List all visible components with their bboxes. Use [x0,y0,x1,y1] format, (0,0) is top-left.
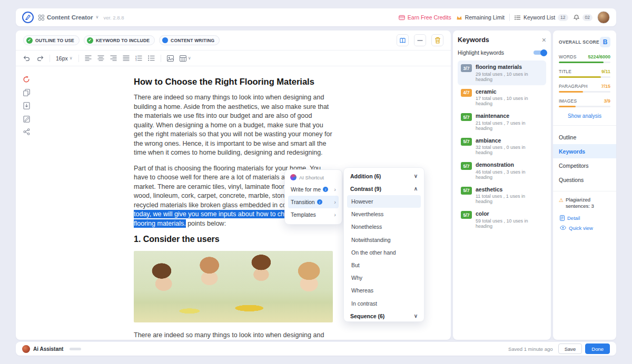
article-paragraph: There are indeed so many things to look … [134,331,333,340]
metric-label: PARAGRAPH [559,84,588,89]
tab-competitors[interactable]: Competitors [553,158,616,173]
reading-mode-button[interactable] [397,34,409,46]
keyword-item[interactable]: 3/7 flooring materials29 total uses , 10… [458,60,546,85]
metric-progress-bar [559,76,610,78]
quick-view-link[interactable]: Quick view [553,223,616,233]
transition-label: Transition [291,199,315,205]
content-writing-badge[interactable]: CONTENT WRITING [159,35,220,45]
keywords-panel-title: Keywords [458,36,489,44]
bullet-list-button[interactable] [148,55,155,61]
transition-option[interactable]: Whereas [347,284,421,297]
tab-outline[interactable]: Outline [553,130,616,144]
keyword-to-include-badge[interactable]: ✓ KEYWORD TO INCLUDE [84,35,155,45]
app-root: Content Creator ∨ ver. 2.8.8 Earn Free C… [0,0,632,364]
keyword-name: ceramic [476,88,543,95]
keyword-item[interactable]: 5/7 aesthetics11 total uses , 1 uses in … [458,183,546,208]
transition-option[interactable]: Nonetheless [347,220,421,233]
undo-icon [23,55,31,62]
overall-score-row: OVERALL SCORE B [559,37,610,47]
book-icon [399,37,406,44]
edit-note-button[interactable] [23,115,30,123]
ordered-list-button[interactable]: 123 [135,55,142,61]
delete-button[interactable] [431,34,443,46]
keyword-item[interactable]: 5/7 demonstration46 total uses , 3 uses … [458,158,546,183]
plagiarized-label: Plagiarized sentences: 3 [566,197,610,210]
share-button[interactable] [23,128,30,135]
reset-history-button[interactable] [23,76,30,83]
content-writing-label: CONTENT WRITING [171,38,214,43]
keyword-list-label: Keyword List [524,14,555,21]
plagiarism-detail-link[interactable]: Detail [553,213,616,223]
menu-item-transition[interactable]: Transition i › [288,196,339,208]
image-icon [167,55,174,62]
transition-option[interactable]: In contrast [347,297,421,310]
toolbar-separator [78,55,79,62]
insert-image-button[interactable] [167,55,174,62]
align-center-button[interactable] [97,55,104,61]
keyword-score-badge: 5/7 [461,138,472,146]
outline-to-use-badge[interactable]: ✓ OUTLINE TO USE [23,35,80,45]
metric-value: 3/9 [604,98,610,104]
align-justify-button[interactable] [123,55,130,61]
done-button[interactable]: Done [585,343,610,354]
outline-to-use-label: OUTLINE TO USE [35,38,74,43]
undo-button[interactable] [23,55,31,62]
font-size-select[interactable]: 16px ∨ [56,55,73,62]
transition-option[interactable]: On the other hand [347,246,421,259]
plagiarized-status: ⚠ Plagiarized sentences: 3 [553,196,616,213]
transition-option[interactable]: Why [347,271,421,284]
article-image [134,251,333,322]
tab-questions[interactable]: Questions [553,173,616,187]
user-avatar[interactable] [597,11,610,24]
group-sequence[interactable]: Sequence (6) ∨ [344,310,424,322]
minimize-button[interactable] [414,34,426,46]
insert-table-button[interactable]: ∨ [180,55,191,62]
assistant-drag-handle[interactable] [70,348,81,350]
keyword-item[interactable]: 5/7 ambiance32 total uses , 0 uses in he… [458,134,546,159]
app-switcher[interactable]: Content Creator ∨ [38,14,98,21]
menu-item-write-for-me[interactable]: Write for me i › [288,183,339,196]
keyword-list: 3/7 flooring materials29 total uses , 10… [458,60,546,232]
contrast-label: Contrast (9) [350,186,381,192]
keyword-stats: 21 total uses , 7 uses in heading [476,120,543,131]
transition-option[interactable]: Notwithstanding [347,234,421,246]
active-step-icon [162,37,168,43]
earn-credits-button[interactable]: Earn Free Credits [399,14,451,21]
keyword-name: ambiance [476,137,543,144]
remaining-limit-button[interactable]: Remaining Limit [456,14,505,21]
keyword-item[interactable]: 4/7 ceramic17 total uses , 10 uses in he… [458,85,546,110]
redo-button[interactable] [36,55,44,62]
keyword-list-button[interactable]: Keyword List 12 [515,14,568,21]
group-contrast[interactable]: Contrast (9) ∧ [344,183,424,195]
minus-icon [417,39,423,42]
chevron-right-icon: › [334,187,336,193]
copy-document-button[interactable] [23,89,30,96]
transition-option[interactable]: Nevertheless [347,208,421,220]
transition-option[interactable]: However [347,195,421,208]
credit-card-icon [399,15,405,21]
align-right-button[interactable] [110,55,117,61]
close-icon[interactable]: × [542,36,546,44]
ai-shortcut-title: AI Shortcut [299,175,324,180]
keyword-item[interactable]: 5/7 color59 total uses , 10 uses in head… [458,207,546,232]
highlight-keywords-toggle[interactable] [534,50,546,55]
save-button[interactable]: Save [558,343,582,354]
tab-keywords[interactable]: Keywords [553,144,616,158]
overall-grade-badge: B [600,37,610,47]
keyword-item[interactable]: 5/7 maintenance21 total uses , 7 uses in… [458,109,546,134]
menu-item-templates[interactable]: Templates › [288,208,339,221]
editor-side-rail [23,76,30,135]
export-document-button[interactable] [23,102,30,109]
article-title: How to Choose the Right Flooring Materia… [134,77,333,87]
transition-option[interactable]: But [347,259,421,271]
show-analysis-link[interactable]: Show analysis [559,113,610,119]
redo-icon [36,55,44,62]
panel-divider [553,125,616,126]
write-for-me-label: Write for me [291,186,321,193]
keyword-stats: 11 total uses , 1 uses in heading [476,194,543,204]
ai-shortcut-header: AI Shortcut [288,173,339,183]
keyword-score-badge: 4/7 [461,89,472,97]
group-addition[interactable]: Addition (6) ∨ [344,170,424,183]
notifications-button[interactable]: 02 [573,14,592,21]
align-left-button[interactable] [85,55,92,61]
